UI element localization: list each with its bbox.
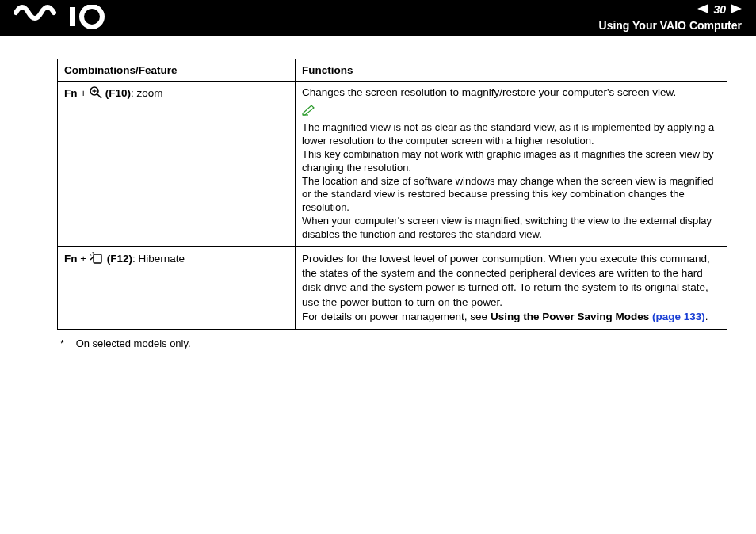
combo-suffix: : zoom bbox=[131, 87, 163, 99]
combo-key: (F10) bbox=[102, 87, 131, 99]
combo-zoom-cell: Fn + (F10): zoom bbox=[58, 82, 296, 247]
svg-rect-9 bbox=[94, 254, 101, 263]
header-bar: 30 Using Your VAIO Computer bbox=[0, 0, 756, 36]
footnote: * On selected models only. bbox=[57, 338, 727, 349]
svg-marker-3 bbox=[731, 4, 742, 13]
page-nav: 30 bbox=[697, 3, 742, 16]
combo-fn: Fn bbox=[64, 253, 78, 265]
feature-table: Combinations/Feature Functions Fn + (F10… bbox=[57, 59, 727, 330]
hibernate-icon: zz bbox=[90, 252, 104, 267]
th-combo: Combinations/Feature bbox=[58, 59, 296, 82]
hib-ref-line: For details on power management, see Usi… bbox=[302, 310, 720, 324]
table-row: Fn + (F10): zoom Changes the screen reso… bbox=[58, 82, 727, 247]
zoom-notes: The magnified view is not as clear as th… bbox=[302, 121, 720, 242]
footnote-text: On selected models only. bbox=[76, 338, 191, 349]
zoom-note: The location and size of software window… bbox=[302, 175, 720, 216]
svg-marker-2 bbox=[697, 4, 708, 13]
page-number: 30 bbox=[713, 3, 726, 16]
svg-rect-0 bbox=[70, 7, 75, 26]
zoom-note: The magnified view is not as clear as th… bbox=[302, 121, 720, 148]
combo-suffix: : Hibernate bbox=[132, 253, 185, 265]
hib-desc-main: Provides for the lowest level of power c… bbox=[302, 252, 720, 310]
section-title: Using Your VAIO Computer bbox=[599, 19, 742, 32]
desc-hib-cell: Provides for the lowest level of power c… bbox=[296, 247, 727, 330]
svg-point-1 bbox=[82, 6, 102, 27]
combo-hib-cell: Fn + zz (F12): Hibernate bbox=[58, 247, 296, 330]
prev-page-icon[interactable] bbox=[697, 3, 708, 16]
zoom-note: This key combination may not work with g… bbox=[302, 148, 720, 175]
page-ref-link[interactable]: (page 133) bbox=[652, 311, 705, 322]
magnify-icon bbox=[90, 86, 102, 101]
svg-line-5 bbox=[97, 94, 101, 98]
next-page-icon[interactable] bbox=[731, 3, 742, 16]
table-row: Fn + zz (F12): Hibernate Provides for th… bbox=[58, 247, 727, 330]
zoom-desc-main: Changes the screen resolution to magnify… bbox=[302, 86, 720, 98]
desc-zoom-cell: Changes the screen resolution to magnify… bbox=[296, 82, 727, 247]
th-func: Functions bbox=[296, 59, 727, 82]
zoom-note: When your computer's screen view is magn… bbox=[302, 215, 720, 242]
footnote-star: * bbox=[60, 338, 73, 349]
combo-key: (F12) bbox=[104, 253, 132, 265]
content-area: Combinations/Feature Functions Fn + (F10… bbox=[0, 36, 756, 349]
pencil-icon bbox=[302, 105, 316, 118]
combo-fn: Fn bbox=[64, 87, 78, 99]
vaio-logo bbox=[14, 5, 109, 32]
